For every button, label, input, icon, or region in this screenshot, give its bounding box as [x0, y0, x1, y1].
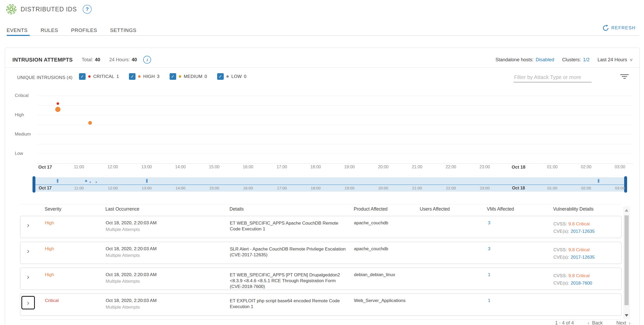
scrollbar-thumb[interactable] [624, 215, 629, 305]
cell-last-occurrence: Oct 18, 2020, 2:20:03 AMMultiple Attempt… [106, 272, 157, 284]
cell-last-occurrence: Oct 18, 2020, 2:20:03 AMMultiple Attempt… [106, 220, 157, 232]
table-row[interactable]: ›HighOct 18, 2020, 2:20:03 AMMultiple At… [20, 216, 622, 238]
cve-link[interactable]: 2017-12635 [571, 255, 595, 260]
filter-icon[interactable] [620, 74, 629, 80]
cell-vms-affected-link[interactable]: 3 [488, 246, 490, 252]
cve-line: CVE(s):2017-12635 [553, 228, 595, 235]
cell-product-affected: apache_couchdb [354, 246, 388, 252]
intrusion-attempts-panel: INTRUSION ATTEMPTS Total: 40 24 Hours: 4… [5, 48, 640, 325]
cve-link[interactable]: 2018-7600 [571, 281, 592, 286]
legend-item-low[interactable]: ✓LOW0 [217, 73, 246, 80]
brush-axis-tick: 18:00 [303, 186, 328, 190]
checkbox-low[interactable]: ✓ [217, 73, 224, 80]
chevron-down-icon: ∨ [629, 57, 633, 62]
legend-label: CRITICAL [93, 74, 114, 79]
standalone-hosts-label: Standalone hosts: [496, 57, 534, 63]
brush-axis-tick: 14:00 [168, 186, 193, 190]
time-range-dropdown[interactable]: Last 24 Hours ∨ [598, 57, 633, 63]
pagination-next-button[interactable]: Next › [616, 320, 631, 325]
filter-input[interactable] [514, 72, 592, 82]
refresh-label: REFRESH [611, 25, 636, 31]
row-expand-box: › [21, 270, 35, 284]
x-axis-tick: 02:00 [573, 165, 599, 169]
legend-label: MEDIUM [184, 74, 203, 79]
standalone-hosts-value-link[interactable]: Disabled [536, 57, 554, 63]
cell-vms-affected-link[interactable]: 3 [488, 220, 490, 226]
brush-axis-tick: 19:00 [337, 186, 362, 190]
cve-link[interactable]: 2017-12635 [571, 229, 595, 234]
cvss-line: CVSS:9.8 Critical [553, 246, 595, 254]
occurrence-time: Oct 18, 2020, 2:20:03 AM [106, 272, 157, 277]
chart-gridline [37, 115, 633, 115]
chevron-right-icon[interactable]: › [27, 299, 29, 307]
pagination-range: 1 - 4 of 4 [555, 320, 574, 325]
back-label: Back [592, 320, 603, 325]
chart-bubble-critical[interactable] [57, 102, 59, 105]
chevron-right-icon[interactable]: › [27, 247, 29, 255]
y-axis-label-critical: Critical [15, 93, 36, 98]
y-axis-label-high: High [15, 112, 36, 118]
x-axis-tick: 17:00 [269, 165, 295, 169]
cell-severity: Critical [45, 298, 59, 303]
chart-gridline [37, 154, 633, 154]
tab-rules[interactable]: RULES [41, 25, 58, 35]
clusters-value-link[interactable]: 1/2 [583, 57, 590, 63]
cell-severity: High [45, 220, 54, 226]
checkbox-critical[interactable]: ✓ [79, 73, 86, 80]
brush-axis-tick: Oct 17 [32, 186, 58, 191]
stat-24h: 24 Hours: 40 [109, 57, 137, 63]
refresh-button[interactable]: REFRESH [601, 24, 637, 32]
occurrence-note: Multiple Attempts [106, 279, 157, 284]
chevron-right-icon[interactable]: › [27, 221, 29, 229]
cell-details: ET EXPLOIT php script base64 encoded Rem… [230, 298, 347, 314]
clusters: Clusters: 1/2 [562, 57, 590, 63]
tab-settings[interactable]: SETTINGS [110, 25, 137, 35]
chart-bubble-high[interactable] [55, 107, 60, 112]
chart-gridline [37, 105, 633, 106]
cve-line: CVE(s):2018-7600 [553, 280, 592, 287]
x-axis-tick: Oct 17 [32, 165, 58, 170]
legend-label: LOW [231, 74, 242, 79]
tab-profiles[interactable]: PROFILES [71, 25, 97, 35]
scrollbar-down-arrow-icon[interactable] [625, 314, 628, 317]
checkbox-high[interactable]: ✓ [129, 73, 136, 80]
chart-gridline [37, 96, 633, 96]
checkbox-medium[interactable]: ✓ [170, 73, 176, 80]
legend-item-high[interactable]: ✓HIGH3 [129, 73, 159, 80]
time-range-value: Last 24 Hours [598, 57, 627, 63]
x-axis-tick: 13:00 [134, 165, 159, 169]
cell-vms-affected-link[interactable]: 1 [488, 298, 490, 303]
row-expand-box: › [21, 218, 35, 232]
info-glyph: i [147, 58, 148, 62]
page-title: DISTRIBUTED IDS [21, 6, 77, 13]
brush-axis-tick: 01:00 [540, 186, 565, 190]
brush-axis-tick: 16:00 [235, 186, 261, 190]
brush-event-marker [96, 182, 97, 183]
cell-product-affected: debian_debian_linux [354, 272, 395, 277]
table-row[interactable]: ›CriticalOct 18, 2020, 2:20:03 AMMultipl… [20, 294, 622, 316]
legend-item-medium[interactable]: ✓MEDIUM0 [170, 73, 207, 80]
scrollbar-up-arrow-icon[interactable] [625, 209, 628, 212]
cell-details: SLR Alert - Apache CouchDB Remote Privil… [230, 246, 347, 262]
tabs-bar: EVENTSRULESPROFILESSETTINGS [7, 25, 639, 36]
info-icon[interactable]: i [143, 56, 151, 64]
brush-axis-tick: 12:00 [100, 186, 125, 190]
table-scrollbar [623, 206, 630, 319]
cvss-label: CVSS: [553, 247, 567, 252]
x-axis-tick: 16:00 [235, 165, 261, 169]
legend-item-critical[interactable]: ✓CRITICAL1 [79, 73, 119, 80]
chevron-right-icon[interactable]: › [27, 273, 29, 281]
pagination-back-button[interactable]: ‹ Back [588, 320, 603, 325]
cell-vms-affected-link[interactable]: 1 [488, 272, 490, 277]
table-row[interactable]: ›HighOct 18, 2020, 2:20:03 AMMultiple At… [20, 242, 622, 264]
cve-label: CVE(s): [553, 281, 569, 286]
chart-bubble-high[interactable] [88, 121, 92, 125]
help-icon[interactable]: ? [83, 5, 92, 14]
tab-events[interactable]: EVENTS [7, 25, 28, 35]
x-axis-tick: 11:00 [66, 165, 92, 169]
chart-gridline [37, 125, 633, 125]
brush-event-marker [90, 182, 91, 183]
row-expand-box: › [21, 296, 35, 309]
top-header: DISTRIBUTED IDS ? [6, 3, 92, 15]
table-row[interactable]: ›HighOct 18, 2020, 2:20:03 AMMultiple At… [20, 268, 622, 290]
